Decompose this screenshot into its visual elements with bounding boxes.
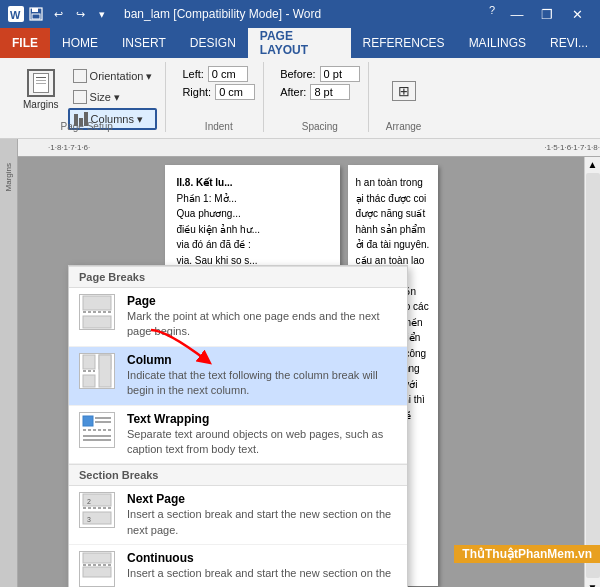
indent-controls: Left: Right: <box>182 62 255 100</box>
indent-left-input[interactable] <box>208 66 248 82</box>
title-text: ban_lam [Compatibility Mode] - Word <box>124 7 321 21</box>
restore-btn[interactable]: ❐ <box>532 0 562 28</box>
svg-text:W: W <box>10 9 21 21</box>
column-break-desc: Indicate that the text following the col… <box>127 368 397 399</box>
tab-insert[interactable]: INSERT <box>110 28 178 58</box>
size-arrow: ▾ <box>114 91 120 104</box>
spacing-before-input[interactable] <box>320 66 360 82</box>
dropdown-item-column[interactable]: Column Indicate that the text following … <box>69 347 407 406</box>
svg-rect-5 <box>83 296 111 310</box>
continuous-desc: Insert a section break and start the new… <box>127 566 397 587</box>
indent-right-input[interactable] <box>215 84 255 100</box>
page-right-5: ởi đa tài nguyên. <box>356 237 430 253</box>
indent-right-label: Right: <box>182 86 211 98</box>
spacing-before-label: Before: <box>280 68 315 80</box>
tab-home[interactable]: HOME <box>50 28 110 58</box>
margins-btn[interactable]: Margins <box>16 64 66 120</box>
scroll-thumb[interactable] <box>586 173 600 578</box>
next-page-title: Next Page <box>127 492 397 506</box>
dropdown-item-page[interactable]: Page Mark the point at which one page en… <box>69 288 407 347</box>
group-spacing-label: Spacing <box>272 121 367 132</box>
undo-quick-btn[interactable]: ↩ <box>48 4 68 24</box>
dropdown-item-text-wrapping[interactable]: Text Wrapping Separate text around objec… <box>69 406 407 465</box>
group-arrange: ⊞ Arrange <box>377 62 431 132</box>
size-btn[interactable]: Size ▾ <box>68 87 158 107</box>
spacing-after-row: After: <box>280 84 359 100</box>
svg-rect-24 <box>83 553 111 563</box>
dropdown-item-next-page-text: Next Page Insert a section break and sta… <box>127 492 397 538</box>
svg-rect-3 <box>32 8 38 12</box>
redo-quick-btn[interactable]: ↪ <box>70 4 90 24</box>
watermark-container: ThủThuậtPhanMem.vn <box>454 545 600 563</box>
text-wrapping-title: Text Wrapping <box>127 412 397 426</box>
svg-rect-11 <box>83 375 95 387</box>
scroll-up-btn[interactable]: ▲ <box>586 157 600 171</box>
page-right-3: được năng suất <box>356 206 430 222</box>
section-breaks-section-title: Section Breaks <box>69 464 407 486</box>
size-label: Size <box>90 91 111 103</box>
text-wrapping-icon <box>79 412 115 448</box>
vertical-scrollbar[interactable]: ▲ ▼ <box>584 157 600 587</box>
group-page-setup: Margins Orientation ▾ Size ▾ <box>8 62 166 132</box>
svg-rect-8 <box>83 355 95 369</box>
dropdown-item-continuous-text: Continuous Insert a section break and st… <box>127 551 397 587</box>
tab-review[interactable]: REVI... <box>538 28 600 58</box>
spacing-after-input[interactable] <box>310 84 350 100</box>
indent-left-label: Left: <box>182 68 203 80</box>
arrange-btn[interactable]: ⊞ <box>385 66 423 116</box>
dropdown-item-continuous[interactable]: Continuous Insert a section break and st… <box>69 545 407 587</box>
group-arrange-label: Arrange <box>377 121 431 132</box>
customize-quick-access[interactable]: ▾ <box>92 4 112 24</box>
svg-rect-7 <box>83 316 111 328</box>
orientation-label: Orientation <box>90 70 144 82</box>
orientation-btn[interactable]: Orientation ▾ <box>68 66 158 86</box>
dropdown-item-next-page[interactable]: 2 3 Next Page Insert a section break and… <box>69 486 407 545</box>
minimize-btn[interactable]: — <box>502 0 532 28</box>
continuous-icon <box>79 551 115 587</box>
svg-rect-4 <box>32 14 40 19</box>
spacing-after-label: After: <box>280 86 306 98</box>
watermark-text: ThủThuậtPhanMem.vn <box>454 545 600 563</box>
page-breaks-section-title: Page Breaks <box>69 266 407 288</box>
tab-mailings[interactable]: MAILINGS <box>457 28 538 58</box>
quick-access-toolbar: W ↩ ↪ ▾ <box>8 4 112 24</box>
dropdown-item-page-text: Page Mark the point at which one page en… <box>127 294 397 340</box>
dropdown-item-text-wrapping-text: Text Wrapping Separate text around objec… <box>127 412 397 458</box>
tab-references[interactable]: REFERENCES <box>351 28 457 58</box>
column-break-title: Column <box>127 353 397 367</box>
text-wrapping-desc: Separate text around objects on web page… <box>127 427 397 458</box>
page-line-4: điều kiện ảnh hư... <box>177 222 328 238</box>
margins-ruler-label: Margins <box>4 163 13 191</box>
close-btn[interactable]: ✕ <box>562 0 592 28</box>
save-quick-btn[interactable] <box>26 4 46 24</box>
dropdown-item-column-text: Column Indicate that the text following … <box>127 353 397 399</box>
page-right-2: ại thác được coi <box>356 191 430 207</box>
svg-rect-13 <box>83 416 93 426</box>
svg-rect-26 <box>83 567 111 577</box>
title-bar: W ↩ ↪ ▾ ban_lam [Compatibility Mode] - W… <box>0 0 600 28</box>
page-line-2: Phần 1: Mở... <box>177 191 328 207</box>
page-line-3: Qua phương... <box>177 206 328 222</box>
page-break-desc: Mark the point at which one page ends an… <box>127 309 397 340</box>
group-indent: Left: Right: Indent <box>174 62 264 132</box>
scroll-down-btn[interactable]: ▼ <box>586 580 600 587</box>
group-spacing: Before: After: Spacing <box>272 62 368 132</box>
page-breaks-dropdown: Page Breaks Page Mark the point at which… <box>68 265 408 587</box>
help-btn[interactable]: ? <box>482 0 502 20</box>
tab-page-layout[interactable]: PAGE LAYOUT <box>248 28 351 58</box>
page-break-title: Page <box>127 294 397 308</box>
page-line-5: via đó án đã đề : <box>177 237 328 253</box>
orientation-arrow: ▾ <box>146 70 152 83</box>
tab-file[interactable]: FILE <box>0 28 50 58</box>
next-page-desc: Insert a section break and start the new… <box>127 507 397 538</box>
group-page-setup-label: Page Setup <box>8 121 165 132</box>
svg-text:3: 3 <box>87 516 91 523</box>
ribbon-tab-bar: FILE HOME INSERT DESIGN PAGE LAYOUT REFE… <box>0 28 600 58</box>
horizontal-ruler: ·1·8·1·7·1·6· ·1·5·1·6·1·7·1·8· <box>18 139 600 157</box>
page-right-4: hành sản phẩm <box>356 222 430 238</box>
vertical-ruler: Margins <box>0 157 18 587</box>
indent-left-row: Left: <box>182 66 255 82</box>
next-page-icon: 2 3 <box>79 492 115 528</box>
tab-design[interactable]: DESIGN <box>178 28 248 58</box>
ribbon: FILE HOME INSERT DESIGN PAGE LAYOUT REFE… <box>0 28 600 139</box>
